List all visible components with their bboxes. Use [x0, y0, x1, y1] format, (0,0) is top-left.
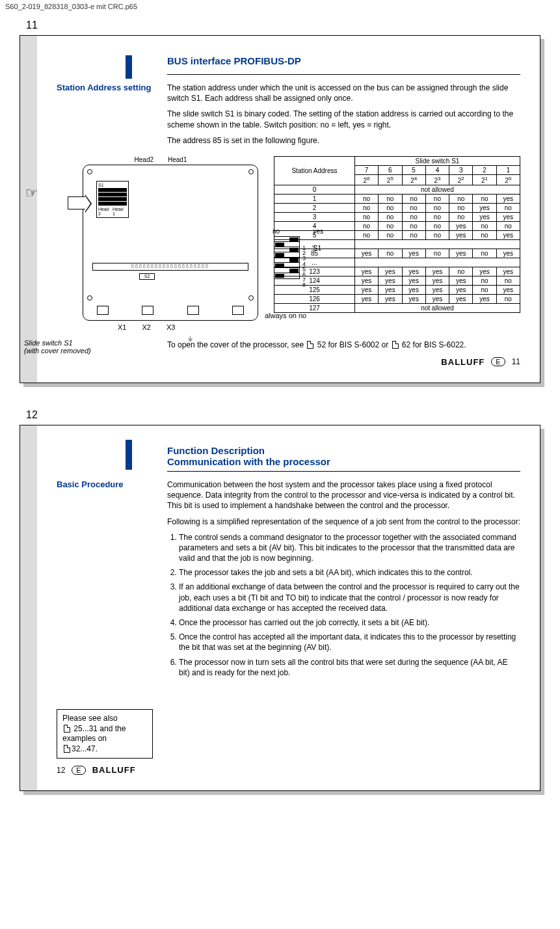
connector — [96, 306, 109, 316]
label-always-on-no: always on no — [265, 312, 327, 319]
cell-value: yes — [354, 286, 378, 295]
label: Head 1 — [113, 207, 127, 216]
x-labels: X1 X2 X3 — [118, 323, 265, 331]
page-footer: 12 E BALLUFF — [57, 765, 520, 775]
th-bit: 3 — [449, 165, 473, 174]
label-head2: Head2 — [135, 156, 153, 163]
cell-value: yes — [473, 267, 496, 276]
page-icon — [307, 341, 313, 349]
cell-value: yes — [425, 276, 449, 286]
s1-small-label: S1 — [98, 183, 127, 187]
cell-value: yes — [473, 295, 496, 304]
cell-value: yes — [354, 295, 378, 304]
cell-value: no — [402, 204, 425, 213]
label-yes: yes — [313, 228, 323, 235]
screw-icon — [87, 169, 92, 174]
cell-value: yes — [496, 213, 520, 222]
footer-page-number: 11 — [512, 357, 520, 366]
title-rule — [167, 74, 520, 75]
cell-value: yes — [449, 276, 473, 286]
th-bit: 2 — [473, 165, 496, 174]
screw-icon — [248, 295, 254, 301]
s1-detail: no yes — [269, 228, 327, 280]
cell-value: yes — [425, 286, 449, 295]
page-icon — [64, 725, 70, 733]
cell-value: no — [425, 195, 449, 204]
th-station-address: Station Address — [274, 156, 355, 185]
cell-value: yes — [379, 276, 402, 286]
list-item: Once the processor has carried out the j… — [179, 617, 520, 628]
cell-value: no — [496, 295, 520, 304]
cell-value: no — [354, 231, 378, 240]
cell-not-allowed: not allowed — [354, 185, 520, 195]
cell-value: no — [496, 222, 520, 231]
cell-value: yes — [496, 249, 520, 258]
cell-value: yes — [354, 276, 378, 286]
cell-address: 0 — [274, 185, 355, 195]
label-x1: X1 — [118, 323, 126, 331]
body-text: Communication between the host system an… — [167, 479, 520, 683]
th-power: 22 — [449, 174, 473, 185]
th-bit: 6 — [379, 165, 402, 174]
s1-dip-stack — [274, 236, 300, 279]
label-no: no — [273, 228, 280, 235]
arrow-right-icon — [68, 196, 86, 209]
s1-numbers: 1 2 3 4 5 6 7 8 — [302, 245, 306, 288]
th-bit: 5 — [402, 165, 425, 174]
label-x2: X2 — [142, 323, 150, 331]
cell-value: no — [402, 213, 425, 222]
cell-value: yes — [379, 286, 402, 295]
cell-value: no — [379, 195, 402, 204]
cell-value: yes — [449, 231, 473, 240]
page-icon — [64, 745, 70, 753]
cell-value: yes — [402, 276, 425, 286]
cell-value: no — [473, 195, 496, 204]
connector — [232, 306, 245, 316]
cell-value: yes — [402, 249, 425, 258]
cell-value: yes — [449, 286, 473, 295]
connector-row — [96, 306, 245, 316]
cell-value: no — [473, 249, 496, 258]
cell-address: 3 — [274, 213, 355, 222]
list-item: Once the control has accepted all the im… — [179, 632, 520, 653]
list-item: If an additional exchange of data betwee… — [179, 582, 520, 613]
list-item: The control sends a command designator t… — [179, 532, 520, 564]
cell-address: 1 — [274, 195, 355, 204]
label: Head 2 — [98, 207, 113, 216]
title-rule — [167, 471, 520, 472]
cell-value: yes — [402, 295, 425, 304]
side-heading: Station Address setting — [57, 83, 167, 151]
list-item: The processor now in turn sets all the c… — [179, 657, 520, 678]
lang-badge: E — [72, 766, 85, 775]
cell-value: yes — [496, 195, 520, 204]
cell-value: yes — [354, 267, 378, 276]
ground-icon: ⏚ — [188, 334, 193, 343]
cell-value: no — [473, 222, 496, 231]
cell-value: no — [425, 249, 449, 258]
device-outline: S1 Head 2 Head 1 ▯▯▯▯▯▯▯▯▯▯▯▯▯▯▯▯▯▯▯▯ S2 — [83, 165, 258, 321]
lang-badge: E — [491, 357, 505, 366]
list-item: The processor takes the job and sets a b… — [179, 567, 520, 578]
cell-value: no — [449, 195, 473, 204]
cell-value: yes — [425, 295, 449, 304]
section-title: BUS interface PROFIBUS-DP — [167, 55, 520, 66]
cell-value: yes — [354, 249, 378, 258]
cell-value: yes — [425, 267, 449, 276]
body-text: The station address under which the unit… — [167, 83, 520, 151]
cell-value: yes — [496, 231, 520, 240]
cell-value: no — [379, 231, 402, 240]
cell-value: no — [425, 231, 449, 240]
cell-value: no — [402, 222, 425, 231]
cell-blank — [354, 258, 520, 267]
table-row: 3nononononoyesyes — [274, 213, 520, 222]
cell-address: 126 — [274, 295, 355, 304]
page-frame: BUS interface PROFIBUS-DP Station Addres… — [20, 35, 540, 383]
cell-value: no — [379, 222, 402, 231]
cell-address: 2 — [274, 204, 355, 213]
figure-caption: Slide switch S1 (with cover removed) — [24, 339, 128, 355]
th-power: 23 — [425, 174, 449, 185]
terminal-strip: ▯▯▯▯▯▯▯▯▯▯▯▯▯▯▯▯▯▯▯▯ — [92, 263, 248, 271]
cell-value: yes — [402, 267, 425, 276]
connector — [187, 306, 200, 316]
page-footer: BALLUFF E 11 — [57, 357, 520, 367]
